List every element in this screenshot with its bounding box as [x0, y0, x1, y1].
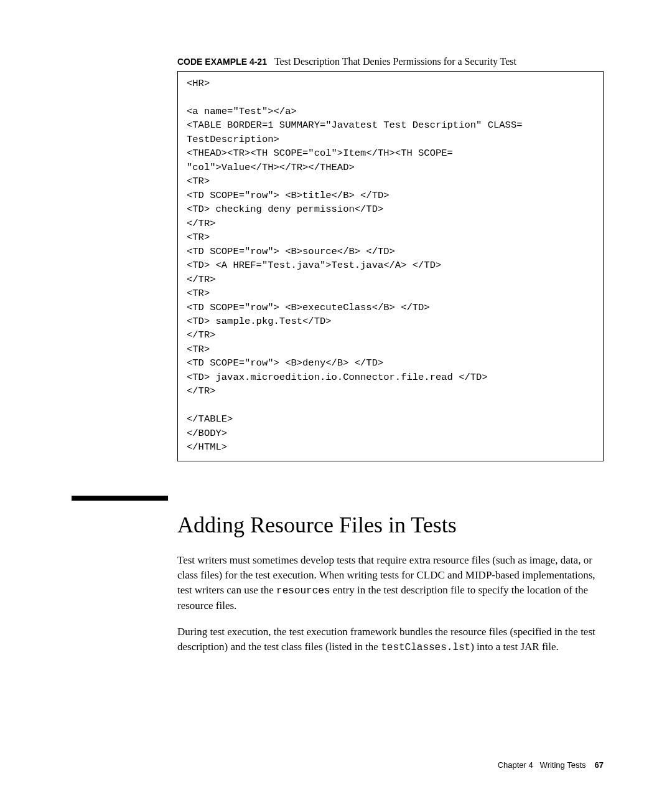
p2-text-2: ) into a test JAR file.: [470, 641, 559, 653]
p1-code-1: resources: [276, 585, 330, 597]
body-paragraph-2: During test execution, the test executio…: [177, 625, 604, 655]
caption-label: CODE EXAMPLE 4-21: [177, 57, 267, 67]
footer-chapter: Chapter 4: [498, 760, 533, 770]
code-listing: <HR> <a name="Test"></a> <TABLE BORDER=1…: [177, 71, 604, 461]
section-heading: Adding Resource Files in Tests: [177, 512, 604, 538]
footer-title: Writing Tests: [540, 760, 586, 770]
footer-page-number: 67: [595, 760, 604, 770]
section-rule: [72, 496, 168, 501]
page-footer: Chapter 4 Writing Tests67: [498, 760, 604, 770]
caption-text: Test Description That Denies Permissions…: [274, 56, 516, 67]
p2-code-1: testClasses.lst: [381, 642, 470, 653]
body-paragraph-1: Test writers must sometimes develop test…: [177, 553, 604, 613]
code-example-caption: CODE EXAMPLE 4-21Test Description That D…: [177, 56, 604, 67]
